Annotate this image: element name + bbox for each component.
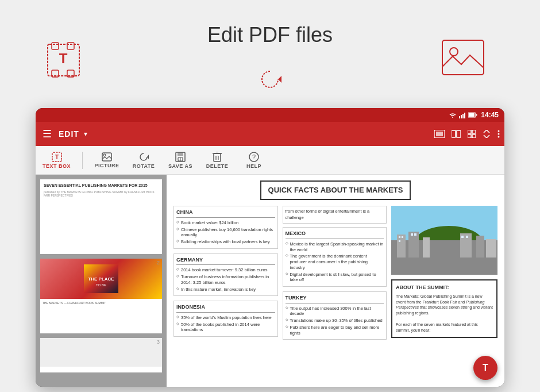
edit-label: EDIT <box>59 129 79 139</box>
svg-rect-21 <box>468 130 471 133</box>
pdf-col-right: ABOUT THE SUMMIT: The Markets: Global Pu… <box>391 206 497 344</box>
svg-point-31 <box>103 154 106 156</box>
svg-rect-55 <box>486 239 496 258</box>
svg-rect-59 <box>411 233 413 236</box>
china-item-2: Chinese publishers buy 16,600 translatio… <box>176 227 275 239</box>
battery-icon <box>468 112 477 118</box>
delete-tool-icon <box>213 152 222 162</box>
dropdown-arrow[interactable]: ▾ <box>84 130 87 138</box>
svg-rect-24 <box>472 134 476 138</box>
turkey-title: TURKEY <box>286 294 384 303</box>
thumbnail-page-3[interactable]: 3 <box>40 338 162 372</box>
mexico-title: MEXICO <box>286 230 384 239</box>
svg-marker-8 <box>278 76 281 83</box>
china-section: CHINA Book market value: $24 billion Chi… <box>173 206 278 249</box>
svg-rect-58 <box>399 240 400 242</box>
thumb-subtitle-1: published by THE MARKETS GLOBAL PUBLISHI… <box>44 190 159 197</box>
svg-rect-62 <box>466 236 468 238</box>
mexico-item-2: The government is the dominant content p… <box>286 253 384 270</box>
deco-image-icon <box>441 39 485 76</box>
tool-text-box[interactable]: T TEXT BOX <box>43 152 71 169</box>
svg-rect-17 <box>436 132 443 136</box>
book-icon[interactable] <box>452 130 461 138</box>
summit-section: ABOUT THE SUMMIT: The Markets: Global Pu… <box>391 279 497 338</box>
svg-text:T: T <box>55 154 58 160</box>
rotate-label: ROTATE <box>133 163 155 169</box>
status-bar: 14:45 <box>36 108 504 122</box>
pdf-content: QUICK FACTS ABOUT THE MARKETS CHINA Book… <box>167 175 504 350</box>
main-toolbar: ☰ EDIT ▾ <box>36 122 504 146</box>
svg-point-26 <box>498 133 500 135</box>
thumbnail-page-1[interactable]: SEVEN ESSENTIAL PUBLISHING MARKETS FOR 2… <box>40 179 162 254</box>
svg-rect-23 <box>468 134 471 138</box>
summit-text-2: For each of the seven markets featured a… <box>396 322 493 333</box>
indonesia-item-2: 50% of the books published in 2014 were … <box>176 322 275 333</box>
picture-label: PICTURE <box>95 163 119 168</box>
deco-rotate-icon <box>257 67 283 92</box>
svg-rect-34 <box>178 152 183 156</box>
svg-rect-52 <box>423 237 430 258</box>
intro-text: from other forms of digital entertainmen… <box>283 206 387 224</box>
svg-text:T: T <box>59 51 68 66</box>
thumbnail-sidebar: SEVEN ESSENTIAL PUBLISHING MARKETS FOR 2… <box>36 175 167 387</box>
help-tool-icon: ? <box>249 152 259 162</box>
picture-tool-icon <box>102 152 112 162</box>
pdf-col-middle: from other forms of digital entertainmen… <box>283 206 387 344</box>
svg-rect-14 <box>469 113 475 117</box>
saveas-tool-icon <box>175 152 186 162</box>
svg-rect-50 <box>397 235 406 258</box>
svg-rect-19 <box>457 130 461 137</box>
svg-text:?: ? <box>252 153 256 160</box>
more-icon[interactable] <box>497 130 500 138</box>
svg-rect-11 <box>462 114 464 118</box>
svg-rect-15 <box>476 114 477 116</box>
city-image <box>391 206 497 275</box>
pdf-col-left: CHINA Book market value: $24 billion Chi… <box>173 206 278 344</box>
thumb-img-2: THE PLACE TO BE <box>40 259 162 299</box>
svg-text:THE PLACE: THE PLACE <box>88 276 114 282</box>
svg-rect-6 <box>442 40 484 75</box>
thumbnail-page-2[interactable]: 2 THE PLACE TO BE <box>40 259 162 333</box>
signal-icon <box>459 112 466 118</box>
svg-rect-57 <box>402 236 403 238</box>
toolbar-right-icons <box>434 130 500 138</box>
status-icons <box>449 112 477 118</box>
rotate-tool-icon <box>138 152 149 162</box>
tool-picture[interactable]: PICTURE <box>94 152 119 168</box>
svg-rect-61 <box>461 236 464 238</box>
tool-delete[interactable]: DELETE <box>205 152 230 169</box>
tool-rotate[interactable]: ROTATE <box>131 152 156 169</box>
mexico-section: MEXICO Mexico is the largest Spanish-spe… <box>283 227 387 287</box>
menu-icon[interactable]: ☰ <box>40 125 54 143</box>
saveas-label: SAVE AS <box>168 163 192 169</box>
tool-help[interactable]: ? HELP <box>241 152 267 169</box>
svg-rect-18 <box>452 130 456 137</box>
svg-rect-9 <box>459 116 460 118</box>
china-item-1: Book market value: $24 billion <box>176 220 275 226</box>
wifi-icon <box>449 112 457 118</box>
turkey-item-2: Translations make up 30–35% of titles pu… <box>286 318 384 324</box>
turkey-item-3: Publishers here are eager to buy and sel… <box>286 325 384 336</box>
grid-icon[interactable] <box>468 130 476 138</box>
pdf-columns: CHINA Book market value: $24 billion Chi… <box>173 206 497 344</box>
svg-rect-51 <box>408 232 419 258</box>
textbox-label: TEXT BOX <box>43 163 71 169</box>
fab-button[interactable]: T <box>473 356 497 380</box>
svg-point-27 <box>498 136 500 138</box>
tablet-view-icon[interactable] <box>434 130 445 138</box>
svg-text:TO BE: TO BE <box>96 283 106 287</box>
pdf-main-page: QUICK FACTS ABOUT THE MARKETS CHINA Book… <box>167 175 504 387</box>
svg-rect-12 <box>464 113 465 118</box>
svg-rect-37 <box>214 153 221 162</box>
svg-rect-56 <box>399 236 400 238</box>
collapse-icon[interactable] <box>483 130 491 138</box>
delete-label: DELETE <box>206 163 229 169</box>
device-frame: 14:45 ☰ EDIT ▾ <box>36 108 504 387</box>
tool-divider-1 <box>82 152 83 169</box>
turkey-item-1: Title output has increased 300% in the l… <box>286 306 384 317</box>
mexico-item-1: Mexico is the largest Spanish-speaking m… <box>286 241 384 253</box>
tool-save-as[interactable]: SAVE AS <box>168 152 193 169</box>
svg-rect-1 <box>52 43 59 49</box>
china-item-3: Building relationships with local partne… <box>176 239 275 245</box>
summit-title: ABOUT THE SUMMIT: <box>396 284 493 291</box>
